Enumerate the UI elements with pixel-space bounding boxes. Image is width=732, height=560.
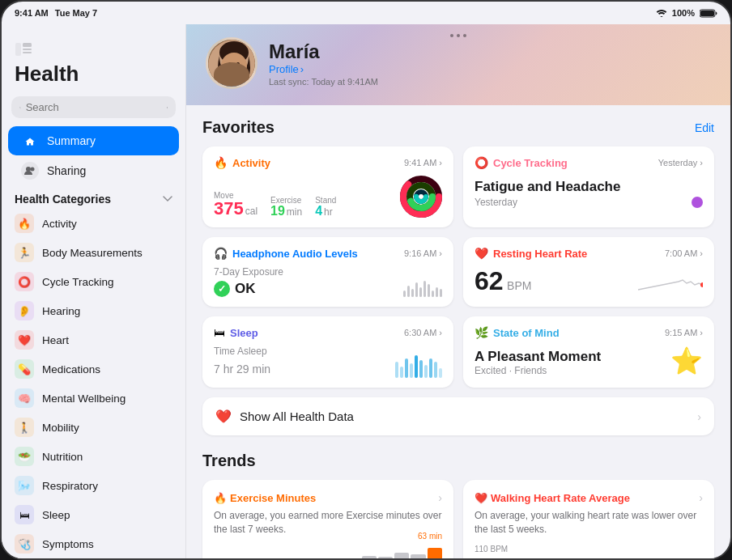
activity-card-icon: 🔥 xyxy=(214,156,228,169)
nutrition-icon: 🥗 xyxy=(15,447,34,466)
chevron-down-icon[interactable] xyxy=(163,196,172,202)
category-body-measurements[interactable]: 🏃 Body Measurements xyxy=(2,238,185,267)
profile-info: María Profile › Last sync: Today at 9:41… xyxy=(269,40,378,87)
exercise-value: 19 xyxy=(270,205,285,218)
category-hearing[interactable]: 👂 Hearing xyxy=(2,296,185,325)
trends-title: Trends xyxy=(202,452,256,470)
headphone-icon: 🎧 xyxy=(214,247,228,260)
heart-rate-chart xyxy=(638,267,703,296)
state-card-content: A Pleasant Moment Excited · Friends ⭐ xyxy=(475,346,703,376)
exercise-bar-9 xyxy=(362,556,377,559)
heart-rate-trend-card[interactable]: ❤️ Walking Heart Rate Average › On avera… xyxy=(463,480,714,558)
state-card-header: 🌿 State of Mind 9:15 AM › xyxy=(475,326,703,339)
state-card-title: State of Mind xyxy=(493,327,560,339)
stand-value: 4 xyxy=(315,205,322,218)
exercise-trend-chevron: › xyxy=(438,491,442,504)
activity-icon: 🔥 xyxy=(15,214,34,233)
search-bar[interactable] xyxy=(11,96,176,118)
exercise-bar-10 xyxy=(378,557,393,558)
heart-rate-trend-desc: On average, your walking heart rate was … xyxy=(475,509,703,537)
headphone-card[interactable]: 🎧 Headphone Audio Levels 9:16 AM › 7-Day… xyxy=(202,237,453,307)
trends-section: Trends 🔥 Exercise Minutes › On average, … xyxy=(186,448,730,558)
status-bar: 9:41 AM Tue May 7 100% xyxy=(2,2,730,24)
svg-rect-5 xyxy=(23,52,32,53)
activity-metrics: Move 375 cal Exercise 19 xyxy=(214,191,336,218)
category-respiratory[interactable]: 🌬️ Respiratory xyxy=(2,471,185,500)
state-sub: Excited · Friends xyxy=(475,365,601,376)
category-heart[interactable]: ❤️ Heart xyxy=(2,325,185,354)
sleep-icon: 🛏 xyxy=(15,505,34,524)
heart-rate-card-header: ❤️ Resting Heart Rate 7:00 AM › xyxy=(475,247,703,260)
heart-icon: ❤️ xyxy=(15,330,34,350)
svg-rect-4 xyxy=(23,49,32,50)
show-all-chevron: › xyxy=(697,410,701,423)
svg-point-15 xyxy=(221,53,247,78)
favorites-title: Favorites xyxy=(202,118,274,137)
exercise-trend-card[interactable]: 🔥 Exercise Minutes › On average, you ear… xyxy=(202,480,453,558)
check-icon: ✓ xyxy=(214,281,230,297)
status-bar-right: 100% xyxy=(656,8,717,18)
cycle-title-row: ⭕ Cycle Tracking xyxy=(475,156,568,169)
heart-rate-trend-header: ❤️ Walking Heart Rate Average › xyxy=(475,491,703,504)
edit-button[interactable]: Edit xyxy=(695,121,714,134)
three-dots xyxy=(450,34,466,37)
cycle-card-title: Cycle Tracking xyxy=(493,157,568,169)
category-cycle-tracking[interactable]: ⭕ Cycle Tracking xyxy=(2,267,185,296)
cycle-card-time: Yesterday › xyxy=(658,158,703,168)
category-mobility[interactable]: 🚶 Mobility xyxy=(2,413,185,442)
category-symptoms[interactable]: 🩺 Symptoms xyxy=(2,529,185,558)
heart-rate-card[interactable]: ❤️ Resting Heart Rate 7:00 AM › 62 xyxy=(463,237,714,307)
heart-rate-card-time: 7:00 AM › xyxy=(665,248,703,258)
time-display: 9:41 AM xyxy=(15,8,49,18)
heart-rate-bpm-label: 110 BPM xyxy=(475,545,703,554)
svg-rect-3 xyxy=(23,43,32,47)
heart-rate-title-row: ❤️ Resting Heart Rate xyxy=(475,247,587,260)
svg-point-16 xyxy=(228,62,232,66)
heart-rate-card-title: Resting Heart Rate xyxy=(493,248,587,260)
move-value: 375 xyxy=(214,200,244,218)
sleep-card[interactable]: 🛏 Sleep 6:30 AM › Time Asleep xyxy=(202,316,453,388)
sleep-card-time: 6:30 AM › xyxy=(404,328,442,337)
show-all-row[interactable]: ❤️ Show All Health Data › xyxy=(202,397,714,435)
state-of-mind-card[interactable]: 🌿 State of Mind 9:15 AM › A Pleasant Mom… xyxy=(463,316,714,388)
exercise-metric: Exercise 19 min xyxy=(270,196,302,218)
activity-card-time: 9:41 AM › xyxy=(404,158,442,168)
svg-rect-18 xyxy=(230,75,238,82)
category-nutrition[interactable]: 🥗 Nutrition xyxy=(2,442,185,471)
cycle-dot xyxy=(692,197,703,208)
state-emoji: ⭐ xyxy=(670,346,703,376)
activity-card-header: 🔥 Activity 9:41 AM › xyxy=(214,156,442,169)
profile-link[interactable]: Profile › xyxy=(269,63,378,75)
favorites-title-row: Favorites Edit xyxy=(202,118,714,137)
category-mental-wellbeing[interactable]: 🧠 Mental Wellbeing xyxy=(2,384,185,413)
sleep-card-header: 🛏 Sleep 6:30 AM › xyxy=(214,326,442,339)
app-title: Health xyxy=(2,62,185,93)
category-activity[interactable]: 🔥 Activity xyxy=(2,209,185,238)
avatar-image xyxy=(208,40,255,87)
exercise-bar-11 xyxy=(394,553,409,558)
app-layout: Health xyxy=(2,2,730,558)
headphone-mini-chart xyxy=(403,273,442,297)
nav-summary[interactable]: Summary xyxy=(8,126,179,155)
headphone-card-time: 9:16 AM › xyxy=(404,248,442,258)
svg-point-17 xyxy=(236,62,240,66)
ok-badge: ✓ OK xyxy=(214,281,283,297)
svg-point-6 xyxy=(19,107,20,108)
exercise-trend-header: 🔥 Exercise Minutes › xyxy=(214,491,442,504)
headphone-card-content: 7-Day Exposure ✓ OK xyxy=(214,266,442,297)
cycle-tracking-card[interactable]: ⭕ Cycle Tracking Yesterday › Fatigue and… xyxy=(463,146,714,227)
mic-icon xyxy=(167,102,168,113)
category-sleep[interactable]: 🛏 Sleep xyxy=(2,500,185,529)
profile-name: María xyxy=(269,40,378,63)
cycle-card-header: ⭕ Cycle Tracking Yesterday › xyxy=(475,156,703,169)
nav-sharing[interactable]: Sharing xyxy=(8,156,179,185)
exercise-bar-12 xyxy=(411,554,425,558)
activity-card[interactable]: 🔥 Activity 9:41 AM › Move xyxy=(202,146,453,227)
state-title-row: 🌿 State of Mind xyxy=(475,326,560,339)
sleep-value: 7 hr 29 min xyxy=(214,357,270,378)
sidebar-toggle-icon[interactable] xyxy=(15,40,32,58)
stand-metric: Stand 4 hr xyxy=(315,196,336,218)
main-content: María Profile › Last sync: Today at 9:41… xyxy=(186,24,730,558)
search-input[interactable] xyxy=(26,101,162,113)
category-medications[interactable]: 💊 Medications xyxy=(2,354,185,384)
